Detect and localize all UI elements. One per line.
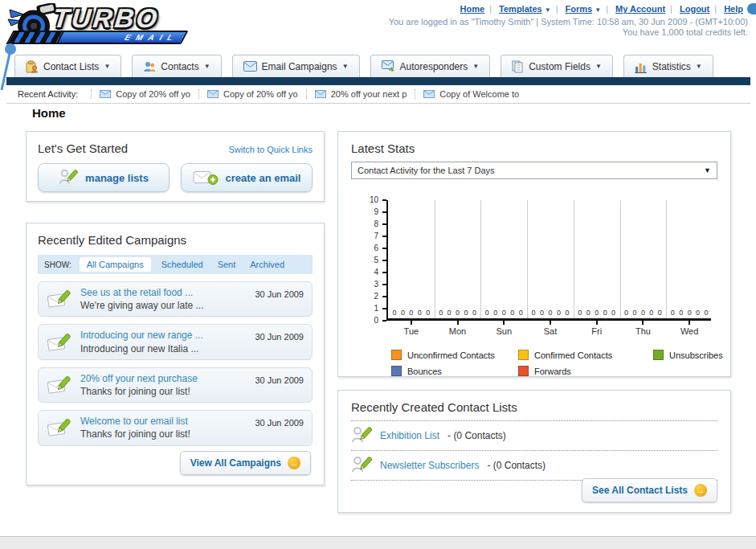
- person-pencil-icon: [351, 425, 372, 446]
- legend-swatch: [518, 350, 529, 360]
- arrow-right-icon: →: [288, 457, 300, 469]
- x-axis-tick-label: Sat: [527, 326, 574, 336]
- legend-entry: Unconfirmed Contacts: [391, 350, 518, 360]
- chevron-down-icon: ▼: [595, 63, 602, 70]
- contact-list-count: - (0 Contacts): [447, 430, 506, 441]
- campaign-filter-bar: SHOW: All Campaigns Scheduled Sent Archi…: [38, 255, 313, 274]
- nav-separator: |: [606, 4, 608, 14]
- chart-value-labels: 00000: [388, 309, 435, 317]
- contact-lists-panel-title: Recently Created Contact Lists: [351, 400, 717, 414]
- stats-dropdown-value: Contact Activity for the Last 7 Days: [358, 166, 495, 175]
- see-all-contact-lists-button[interactable]: See All Contact Lists →: [582, 478, 717, 502]
- tab-contacts[interactable]: Contacts ▼: [132, 55, 221, 77]
- y-axis-tick-label: 5: [354, 256, 378, 264]
- chevron-down-icon: ▼: [595, 6, 601, 14]
- see-all-contact-lists-label: See All Contact Lists: [592, 485, 688, 496]
- autoresponders-icon: [382, 60, 395, 72]
- contact-list-row[interactable]: Newsletter Subscribers - (0 Contacts): [351, 451, 717, 481]
- campaign-date: 30 Jun 2009: [255, 415, 304, 428]
- chevron-down-icon: ▼: [472, 63, 479, 70]
- tab-autoresponders[interactable]: Autoresponders ▼: [370, 55, 491, 77]
- x-axis-tick: [550, 321, 551, 325]
- chart-x-axis: TueMonSunSatFriThuWed: [388, 321, 713, 342]
- chart-value-labels: 00000: [480, 309, 527, 317]
- x-axis-tick: [596, 321, 598, 325]
- nav-divider-bar: [6, 77, 750, 85]
- chart-gridline: [666, 200, 667, 318]
- campaign-subtitle: We're giving away our late ...: [80, 299, 203, 312]
- tab-email-campaigns[interactable]: Email Campaigns ▼: [232, 55, 360, 77]
- contact-list-name[interactable]: Exhibition List: [380, 430, 439, 441]
- nav-link-logout[interactable]: Logout: [680, 4, 709, 14]
- y-axis-tick-label: 7: [354, 231, 378, 240]
- contact-list-row[interactable]: Exhibition List - (0 Contacts): [351, 421, 717, 451]
- chart-legend: Unconfirmed ContactsConfirmed ContactsUn…: [391, 350, 717, 376]
- legend-swatch: [391, 350, 402, 360]
- filter-sent[interactable]: Sent: [218, 260, 236, 269]
- contact-list-name[interactable]: Newsletter Subscribers: [380, 460, 479, 471]
- envelope-pencil-icon: [47, 289, 72, 309]
- y-axis-tick-label: 2: [354, 292, 378, 301]
- contacts-icon: [143, 60, 156, 73]
- get-started-panel: Let's Get Started Switch to Quick Links …: [26, 131, 325, 202]
- stats-period-dropdown[interactable]: Contact Activity for the Last 7 Days ▼: [351, 162, 717, 179]
- filter-archived[interactable]: Archived: [250, 260, 284, 269]
- custom-fields-icon: [512, 60, 524, 73]
- legend-label: Forwards: [534, 367, 571, 376]
- nav-link-forms[interactable]: Forms: [566, 4, 593, 14]
- legend-entry: Bounces: [391, 366, 518, 376]
- envelope-icon: [207, 90, 219, 98]
- campaign-date: 30 Jun 2009: [255, 372, 304, 385]
- show-label: SHOW:: [44, 260, 72, 269]
- tab-statistics[interactable]: Statistics ▼: [623, 55, 713, 77]
- switch-quick-links-link[interactable]: Switch to Quick Links: [228, 145, 313, 154]
- nav-link-home[interactable]: Home: [460, 4, 485, 14]
- x-axis-tick-label: Thu: [620, 326, 667, 336]
- x-axis-tick-label: Tue: [388, 326, 435, 336]
- chart-value-labels: 00000: [620, 309, 667, 317]
- legend-label: Unsubscribes: [669, 350, 723, 360]
- chevron-down-icon: ▼: [696, 63, 702, 70]
- recent-activity-item[interactable]: Copy of Welcome to: [415, 89, 527, 99]
- tab-custom-fields[interactable]: Custom Fields ▼: [501, 55, 613, 77]
- chart-value-labels: 00000: [527, 309, 574, 317]
- envelope-plus-icon: [193, 170, 219, 186]
- person-pencil-icon: [59, 168, 78, 187]
- contact-lists-icon: [26, 60, 39, 73]
- view-all-campaigns-label: View All Campaigns: [190, 457, 281, 469]
- help-bubble-icon[interactable]: [747, 3, 756, 14]
- recent-activity-item[interactable]: Copy of 20% off yo: [198, 89, 306, 99]
- tab-label: Contacts: [161, 61, 198, 72]
- right-column: Latest Stats Contact Activity for the La…: [337, 131, 731, 513]
- x-axis-tick: [503, 321, 505, 325]
- nav-link-templates[interactable]: Templates: [499, 4, 542, 14]
- chevron-down-icon: ▼: [342, 63, 349, 70]
- tab-contact-lists[interactable]: Contact Lists ▼: [14, 55, 121, 77]
- activity-item-label: Copy of Welcome to: [439, 89, 519, 99]
- filter-all-campaigns[interactable]: All Campaigns: [80, 257, 151, 272]
- recent-activity-item[interactable]: Copy of 20% off yo: [91, 89, 198, 99]
- nav-link-help[interactable]: Help: [724, 4, 743, 14]
- nav-link-my-account[interactable]: My Account: [615, 4, 665, 14]
- chart-gridline: [620, 200, 621, 318]
- y-axis-tick-label: 4: [354, 268, 378, 277]
- manage-lists-button[interactable]: manage lists: [38, 163, 170, 192]
- nav-separator: |: [556, 4, 558, 14]
- chevron-down-icon: ▼: [204, 63, 210, 70]
- create-email-button[interactable]: create an email: [181, 163, 313, 192]
- campaign-row[interactable]: 20% off your next purchase Thanks for jo…: [38, 367, 313, 403]
- x-axis-tick-label: Wed: [666, 326, 713, 336]
- campaign-row[interactable]: Welcome to our email list Thanks for joi…: [38, 410, 313, 445]
- x-axis-tick: [411, 321, 412, 325]
- campaign-row[interactable]: Introducing our new range ... Introducin…: [38, 324, 313, 359]
- contact-list-count: - (0 Contacts): [487, 460, 546, 471]
- nav-separator: |: [670, 4, 672, 14]
- envelope-icon: [423, 90, 435, 98]
- legend-swatch: [518, 366, 529, 376]
- recent-activity-item[interactable]: 20% off your next p: [306, 89, 415, 99]
- campaign-row[interactable]: See us at the retail food ... We're givi…: [38, 281, 313, 317]
- campaign-date: 30 Jun 2009: [255, 329, 304, 342]
- filter-scheduled[interactable]: Scheduled: [161, 260, 203, 269]
- campaign-date: 30 Jun 2009: [255, 286, 304, 299]
- view-all-campaigns-button[interactable]: View All Campaigns →: [180, 451, 311, 475]
